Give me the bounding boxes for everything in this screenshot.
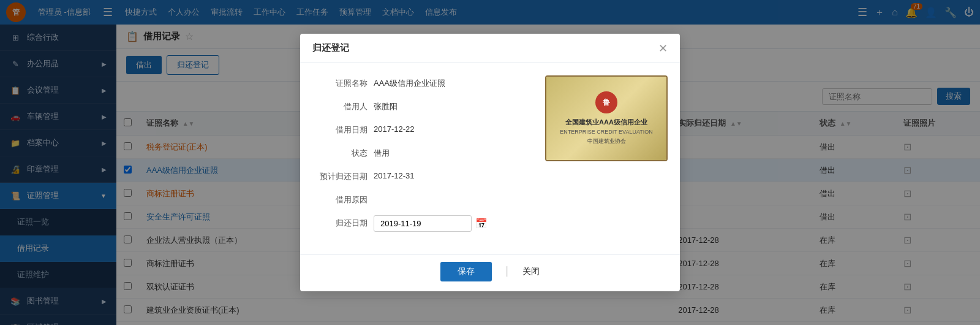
cert-logo: 鲁 <box>595 91 617 113</box>
form-row-reason: 借用原因 <box>312 192 533 205</box>
cert-image: 鲁 全国建筑业AAA级信用企业 ENTERPRISE CREDIT EVALUA… <box>545 75 668 161</box>
borrow-date-value: 2017-12-22 <box>374 122 415 134</box>
return-date-label: 归还日期 <box>312 215 368 229</box>
form-row-return-date: 归还日期 📅 <box>312 215 533 232</box>
cert-name-value: AAA级信用企业证照 <box>374 75 445 89</box>
status-label: 状态 <box>312 145 368 159</box>
modal-overlay[interactable]: 归还登记 ✕ 证照名称 AAA级信用企业证照 借用人 张胜阳 借用日期 2017… <box>0 0 980 325</box>
cert-name-label: 证照名称 <box>312 75 368 89</box>
borrower-value: 张胜阳 <box>374 99 398 112</box>
return-register-modal: 归还登记 ✕ 证照名称 AAA级信用企业证照 借用人 张胜阳 借用日期 2017… <box>300 34 680 291</box>
calendar-icon[interactable]: 📅 <box>475 218 488 229</box>
cert-image-inner: 鲁 全国建筑业AAA级信用企业 ENTERPRISE CREDIT EVALUA… <box>546 77 666 160</box>
form-row-status: 状态 借用 <box>312 145 533 159</box>
close-modal-button[interactable]: 关闭 <box>522 266 540 277</box>
modal-form: 证照名称 AAA级信用企业证照 借用人 张胜阳 借用日期 2017-12-22 … <box>312 75 533 242</box>
borrower-label: 借用人 <box>312 99 368 112</box>
return-date-input[interactable] <box>374 215 472 232</box>
expected-return-label: 预计归还日期 <box>312 169 368 182</box>
footer-divider: 丨 <box>502 264 513 279</box>
modal-image-area: 鲁 全国建筑业AAA级信用企业 ENTERPRISE CREDIT EVALUA… <box>545 75 668 242</box>
modal-header: 归还登记 ✕ <box>300 34 680 63</box>
save-button[interactable]: 保存 <box>440 262 492 281</box>
expected-return-value: 2017-12-31 <box>374 169 415 180</box>
cert-title-line2: ENTERPRISE CREDIT EVALUATION <box>560 129 653 135</box>
form-row-expected-return: 预计归还日期 2017-12-31 <box>312 169 533 182</box>
borrow-date-label: 借用日期 <box>312 122 368 136</box>
form-row-cert-name: 证照名称 AAA级信用企业证照 <box>312 75 533 89</box>
form-row-borrower: 借用人 张胜阳 <box>312 99 533 112</box>
modal-body: 证照名称 AAA级信用企业证照 借用人 张胜阳 借用日期 2017-12-22 … <box>300 63 680 254</box>
reason-label: 借用原因 <box>312 192 368 205</box>
modal-title: 归还登记 <box>312 42 349 54</box>
status-value: 借用 <box>374 145 390 159</box>
form-row-borrow-date: 借用日期 2017-12-22 <box>312 122 533 136</box>
modal-footer: 保存 丨 关闭 <box>300 254 680 291</box>
cert-org: 中国建筑业协会 <box>587 137 626 145</box>
modal-close-x-button[interactable]: ✕ <box>658 43 668 54</box>
cert-title-line1: 全国建筑业AAA级信用企业 <box>565 117 647 128</box>
return-date-input-wrap: 📅 <box>374 215 488 232</box>
